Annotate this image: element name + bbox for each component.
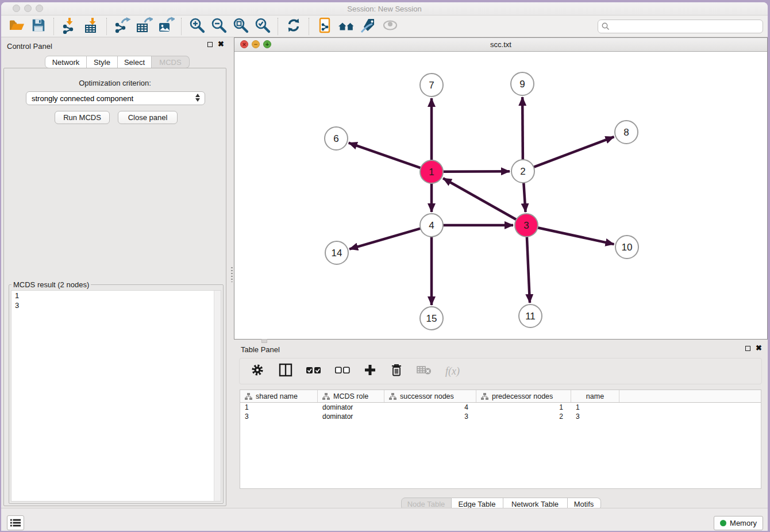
table-panel-title: Table Panel — [241, 345, 280, 354]
graph-edge-2-8[interactable] — [534, 137, 614, 167]
result-scrollbar[interactable] — [214, 291, 221, 501]
duplicate-network-icon — [316, 17, 333, 36]
show-network-overview-button[interactable] — [336, 17, 357, 36]
cell-successor-nodes: 4 — [384, 403, 476, 411]
tab-mcds[interactable]: MCDS — [152, 56, 190, 68]
column-label: MCDS role — [333, 392, 368, 400]
run-mcds-button[interactable]: Run MCDS — [55, 111, 110, 124]
refresh-view-button[interactable] — [283, 17, 305, 36]
unchecked-boxes-icon — [335, 366, 350, 376]
vertical-splitter[interactable] — [230, 37, 234, 508]
graph-edge-3-10[interactable] — [538, 228, 614, 244]
zoom-fit-button[interactable] — [230, 17, 252, 36]
export-image-button[interactable] — [155, 17, 177, 36]
close-panel-button[interactable]: Close panel — [118, 111, 178, 124]
column-header-shared-name[interactable]: shared name — [240, 390, 318, 402]
table-toolbar: f(x) — [239, 358, 762, 384]
control-panel-tabs: Network Style Select MCDS — [45, 56, 190, 68]
close-panel-icon[interactable]: ✖ — [218, 41, 224, 47]
float-panel-icon[interactable] — [745, 346, 750, 351]
mcds-result-textarea[interactable]: 1 3 — [11, 290, 221, 502]
graph-node-label: 9 — [519, 79, 525, 90]
delete-table-icon — [417, 365, 432, 377]
graph-edge-3-1[interactable] — [443, 178, 517, 219]
column-tree-icon — [245, 393, 252, 400]
delete-column-button[interactable] — [390, 363, 403, 379]
tab-style[interactable]: Style — [87, 56, 118, 68]
deselect-all-columns-button[interactable] — [335, 366, 350, 376]
graph-node-label: 15 — [426, 313, 437, 324]
column-header-mcds-role[interactable]: MCDS role — [318, 390, 384, 402]
import-table-icon — [83, 17, 100, 36]
graph-edge-2-3[interactable] — [523, 183, 525, 212]
function-builder-button-disabled: f(x) — [445, 365, 460, 377]
homes-icon — [337, 17, 356, 36]
export-table-button[interactable] — [133, 17, 155, 36]
table-header: shared name MCDS role successor nodes pr… — [240, 390, 761, 403]
search-input[interactable] — [598, 20, 763, 33]
zoom-out-button[interactable] — [208, 17, 230, 36]
control-panel: Control Panel ✖ Network Style Select MCD… — [1, 37, 230, 508]
column-header-successor-nodes[interactable]: successor nodes — [384, 390, 476, 402]
table-row[interactable]: 1 dominator 4 1 1 — [240, 403, 761, 412]
close-panel-icon[interactable]: ✖ — [756, 345, 762, 351]
tab-network[interactable]: Network — [45, 56, 87, 68]
open-file-button[interactable] — [6, 17, 28, 36]
duplicate-network-button[interactable] — [314, 17, 336, 36]
optimization-criterion-select[interactable]: strongly connected component — [26, 91, 205, 105]
cell-shared-name: 1 — [240, 403, 318, 411]
float-panel-icon[interactable] — [207, 42, 213, 47]
graph-edge-2-9[interactable] — [522, 97, 523, 160]
toolbar-separator — [309, 18, 310, 35]
table-row[interactable]: 3 dominator 3 2 3 — [240, 412, 761, 421]
add-column-button[interactable] — [364, 364, 376, 379]
graph-edge-3-11[interactable] — [527, 237, 530, 303]
tab-select[interactable]: Select — [118, 56, 152, 68]
mcds-result-value: 3 — [11, 300, 221, 310]
graph-edge-4-14[interactable] — [349, 229, 421, 249]
export-image-icon — [157, 17, 175, 36]
column-header-name[interactable]: name — [571, 390, 619, 402]
cell-mcds-role: dominator — [318, 413, 384, 421]
import-table-button[interactable] — [80, 17, 102, 36]
trash-icon — [390, 363, 403, 379]
columns-icon — [279, 363, 292, 379]
network-canvas[interactable]: 7968124314101511 — [234, 52, 767, 339]
zoom-fit-icon — [232, 17, 249, 36]
toggle-column-panel-button[interactable] — [279, 363, 292, 379]
graph-node-label: 8 — [623, 127, 629, 138]
column-header-predecessor-nodes[interactable]: predecessor nodes — [476, 390, 571, 402]
fx-icon: f(x) — [445, 365, 460, 377]
save-session-button[interactable] — [28, 17, 49, 36]
annotation-tag-button[interactable] — [357, 17, 379, 36]
mcds-tab-content: Optimization criterion: strongly connect… — [3, 68, 226, 506]
cell-name: 3 — [571, 413, 619, 421]
memory-button[interactable]: Memory — [714, 516, 763, 530]
eye-preview-button[interactable] — [379, 17, 401, 36]
graph-edge-1-2[interactable] — [443, 171, 510, 172]
table-settings-button[interactable] — [250, 363, 265, 380]
toolbar-separator — [53, 18, 55, 35]
select-all-columns-button[interactable] — [306, 366, 321, 376]
table-panel: Table Panel ✖ — [234, 342, 768, 508]
titlebar: Session: New Session — [1, 2, 768, 16]
export-network-button[interactable] — [111, 17, 133, 36]
cell-successor-nodes: 3 — [384, 413, 476, 421]
mcds-result-title: MCDS result (2 nodes) — [11, 280, 91, 289]
zoom-in-button[interactable] — [186, 17, 208, 36]
export-network-icon — [114, 17, 131, 36]
column-label: shared name — [256, 392, 298, 400]
import-network-icon — [61, 17, 78, 36]
graph-node-label: 11 — [525, 311, 536, 322]
graph-node-label: 2 — [520, 166, 525, 177]
column-tree-icon — [322, 393, 330, 400]
memory-status-icon — [720, 520, 726, 526]
application-window: Session: New Session — [1, 2, 768, 531]
zoom-in-icon — [188, 17, 206, 36]
mcds-result-value: 1 — [11, 291, 221, 300]
task-history-button[interactable] — [7, 515, 24, 530]
import-network-button[interactable] — [59, 17, 80, 36]
graph-edge-1-6[interactable] — [349, 143, 421, 168]
zoom-selected-button[interactable] — [252, 17, 274, 36]
toolbar-separator — [181, 18, 182, 35]
